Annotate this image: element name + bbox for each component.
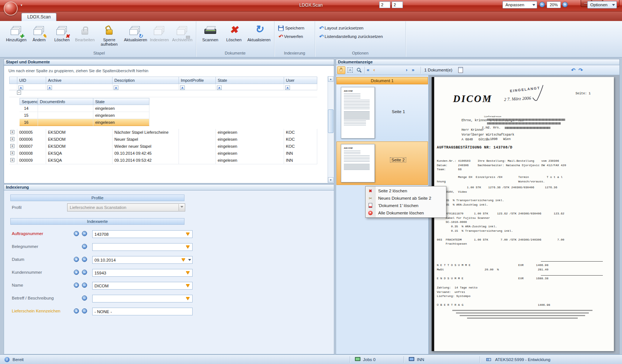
page1-thumbnail[interactable]: DICOM <box>341 87 375 139</box>
expand-row-button[interactable]: + <box>10 144 14 148</box>
table-row[interactable]: + 000007 EKSDOM Wieder neuer Stapel eing… <box>9 143 317 150</box>
last-page-button[interactable]: » <box>412 66 414 74</box>
auftragsnummer-input[interactable] <box>92 230 193 238</box>
remove-value-button[interactable]: − <box>82 231 87 236</box>
quick-access-caret-icon[interactable]: ▾ <box>21 3 23 7</box>
apply-value-arrow-icon[interactable] <box>186 284 190 289</box>
column-header-uid[interactable]: UID <box>17 77 46 84</box>
name-input[interactable] <box>92 282 193 290</box>
zoom-out-button[interactable]: − <box>539 2 545 7</box>
rotate-left-icon[interactable]: ↶ <box>571 67 576 73</box>
zoom-tool-button[interactable] <box>355 66 363 74</box>
scannen-button[interactable]: Scannen <box>199 23 221 49</box>
remove-value-button[interactable]: − <box>82 308 87 314</box>
listendarstellung-zuruecksetzen-button[interactable]: ↶Listendarstellung zurücksetzen <box>317 33 384 40</box>
hand-tool-button[interactable] <box>337 66 345 74</box>
fit-mode-combobox[interactable]: Anpassen <box>502 1 537 8</box>
expand-row-button[interactable]: + <box>10 158 14 162</box>
viewer-options-button[interactable]: Optionen <box>587 1 617 8</box>
add-value-button[interactable]: + <box>74 308 79 314</box>
filter-icon-state[interactable]: A <box>217 85 222 90</box>
column-header-state[interactable]: State <box>216 77 284 84</box>
table-row[interactable]: + 000009 EKSQA 09.10.2014 09:53:42 einge… <box>9 157 317 164</box>
menu-item-delete-all-documents[interactable]: ✕ Alle Dokumente löschen <box>366 209 446 217</box>
aendern-button[interactable]: ✎ Ändern <box>28 23 50 49</box>
add-value-button[interactable]: + <box>74 257 79 262</box>
rotate-right-icon[interactable]: ↷ <box>578 67 583 73</box>
apply-value-arrow-icon[interactable] <box>186 271 190 276</box>
application-orb-button[interactable] <box>4 1 18 15</box>
filter-icon-description[interactable]: A <box>114 85 118 90</box>
kundennummer-input[interactable] <box>92 269 193 277</box>
remove-value-button[interactable]: − <box>82 295 87 301</box>
subcolumn-header-state[interactable]: State <box>93 98 149 105</box>
subgrid-row[interactable]: 15 eingelesen <box>20 112 149 119</box>
document-layout-icon[interactable] <box>458 67 463 73</box>
subgrid-row[interactable]: 14 eingelesen <box>20 105 149 112</box>
column-header-importprofile[interactable]: ImportProfile <box>179 77 216 84</box>
document-group-header[interactable]: Dokument 1 <box>336 77 428 84</box>
subcolumn-header-sequence[interactable]: Sequence <box>20 98 38 105</box>
datum-input[interactable] <box>92 256 193 264</box>
scrollbar-thumb[interactable] <box>328 109 334 133</box>
hinzufuegen-button[interactable]: ✚ Hinzufügen <box>5 23 27 49</box>
apply-value-arrow-icon[interactable] <box>182 258 185 263</box>
remove-value-button[interactable]: − <box>82 270 87 275</box>
aktualisieren-stapel-button[interactable]: ↻ Aktualisieren <box>124 23 146 49</box>
sperre-aufheben-button[interactable]: Sperre aufheben <box>97 23 122 49</box>
zoom-in-button[interactable]: + <box>562 2 568 7</box>
current-page-input[interactable] <box>379 1 390 8</box>
aktualisieren-dokument-button[interactable]: ↻ Aktualisieren <box>247 23 271 49</box>
verwerfen-button[interactable]: ↶Verwerfen <box>277 33 305 40</box>
add-value-button[interactable]: + <box>74 231 79 236</box>
apply-value-arrow-icon[interactable] <box>186 297 190 302</box>
page2-label[interactable]: Seite 2 <box>390 158 406 162</box>
belegnummer-input[interactable] <box>92 243 193 251</box>
menu-item-delete-page[interactable]: ✖ Seite 2 löschen <box>366 187 446 195</box>
menu-item-new-document-from-page[interactable]: ✂ Neues Dokument ab Seite 2 <box>366 195 446 202</box>
apply-value-arrow-icon[interactable] <box>186 245 190 250</box>
next-page-button[interactable]: › <box>406 66 407 74</box>
column-header-archive[interactable]: Archive <box>46 77 113 84</box>
speichern-button[interactable]: Speichern <box>277 24 306 32</box>
select-tool-button[interactable]: A <box>346 66 354 74</box>
expand-row-button[interactable]: + <box>10 151 14 155</box>
column-header-description[interactable]: Description <box>113 77 179 84</box>
grid-vertical-scrollbar[interactable]: ▲ ▼ <box>328 76 334 183</box>
expand-row-button[interactable]: + <box>10 130 14 134</box>
expand-row-button[interactable]: + <box>10 137 14 141</box>
ribbon-tab-ldoxscan[interactable]: LDOX.Scan <box>21 13 56 21</box>
table-row[interactable]: + 000006 EKSDOM Neuer Stapel eingelesen … <box>9 136 317 143</box>
betreff-input[interactable] <box>92 295 193 302</box>
date-dropdown-caret-icon[interactable] <box>188 259 191 262</box>
loeschen-dokument-button[interactable]: ✖ Löschen <box>223 23 245 49</box>
add-value-button[interactable]: + <box>74 270 79 275</box>
filter-icon-archive[interactable]: A <box>47 85 52 90</box>
scroll-up-arrow[interactable]: ▲ <box>328 76 334 82</box>
layout-zuruecksetzen-button[interactable]: ↶Layout zurücksetzen <box>317 24 365 32</box>
column-header-user[interactable]: User <box>284 77 317 84</box>
previous-page-button[interactable]: ‹ <box>373 66 375 74</box>
menu-item-delete-document[interactable]: 'Dokument 1' löschen <box>366 202 446 209</box>
first-page-button[interactable]: « <box>367 66 369 74</box>
loeschen-stapel-button[interactable]: ✖ Löschen <box>51 23 73 49</box>
add-value-button[interactable]: + <box>74 283 79 288</box>
filter-icon-user[interactable]: A <box>285 85 290 90</box>
remove-value-button[interactable]: − <box>82 283 87 288</box>
total-page-input[interactable] <box>392 1 403 8</box>
remove-value-button[interactable]: − <box>82 244 87 249</box>
filter-icon-importprofile[interactable]: A <box>180 85 185 90</box>
apply-value-arrow-icon[interactable] <box>186 232 190 237</box>
zoom-level-box[interactable]: 20% <box>547 1 561 8</box>
subgrid-row-selected[interactable]: 16 eingelesen <box>20 119 149 126</box>
collapse-group-button[interactable]: − <box>17 91 21 95</box>
subcolumn-header-documentinfo[interactable]: DocumentInfo <box>38 98 93 105</box>
table-row[interactable]: + 000005 EKSDOM Nächster Stapel Liefersc… <box>9 129 317 136</box>
lieferschein-kennzeichen-input[interactable] <box>92 308 193 315</box>
scroll-down-arrow[interactable]: ▼ <box>328 177 334 183</box>
page1-label[interactable]: Seite 1 <box>392 109 405 114</box>
remove-value-button[interactable]: − <box>82 257 87 262</box>
filter-icon-uid[interactable]: A <box>18 85 23 90</box>
table-row[interactable]: + 000008 EKSQA 09.10.2014 09:42:45 einge… <box>9 150 317 157</box>
profile-combobox[interactable]: Lieferscheine aus Scanstation <box>67 203 185 211</box>
